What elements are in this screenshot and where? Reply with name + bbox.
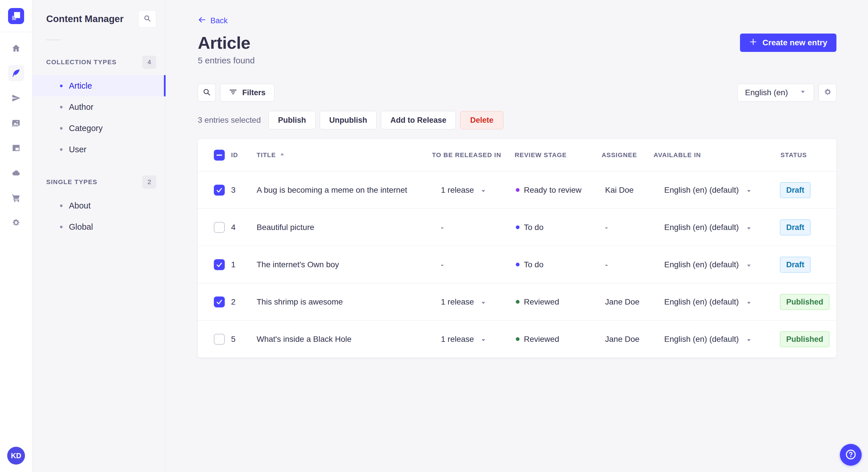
column-header-review-stage[interactable]: REVIEW STAGE: [515, 151, 601, 159]
column-header-title[interactable]: TITLE: [257, 151, 432, 159]
cell-id: 4: [231, 223, 257, 232]
status-badge: Draft: [780, 220, 811, 235]
row-checkbox[interactable]: [214, 334, 225, 345]
table-row: 4Beautiful picture-To do-English (en) (d…: [198, 208, 836, 246]
search-icon: [203, 88, 211, 98]
cell-title[interactable]: What's inside a Black Hole: [257, 335, 432, 344]
cell-release[interactable]: 1 release: [432, 297, 515, 307]
back-link[interactable]: Back: [198, 15, 228, 26]
cell-available-in[interactable]: English (en) (default): [654, 186, 779, 195]
cell-status: Published: [779, 331, 836, 347]
stage-dot-icon: [516, 225, 520, 229]
entries-table: ID TITLE TO BE RELEASED IN REVIEW STAGE …: [198, 139, 836, 358]
filter-icon: [229, 88, 237, 98]
page-title: Article: [198, 33, 250, 53]
chevron-down-icon: [799, 88, 806, 97]
column-header-release[interactable]: TO BE RELEASED IN: [432, 151, 515, 159]
column-header-available-in[interactable]: AVAILABLE IN: [654, 151, 779, 159]
strapi-logo[interactable]: [0, 0, 32, 32]
table-row: 3A bug is becoming a meme on the interne…: [198, 171, 836, 208]
home-icon[interactable]: [8, 40, 24, 56]
sidebar-search-button[interactable]: [138, 10, 156, 28]
search-entries-button[interactable]: [198, 84, 216, 102]
row-checkbox[interactable]: [214, 297, 225, 307]
sidebar-item-global[interactable]: Global: [32, 216, 165, 237]
content-type-builder-icon[interactable]: [8, 140, 24, 156]
cell-title[interactable]: The internet's Own boy: [257, 260, 432, 269]
sidebar-item-about[interactable]: About: [32, 195, 165, 216]
cell-assignee: Jane Doe: [601, 297, 654, 307]
status-badge: Draft: [780, 182, 811, 198]
settings-icon[interactable]: [8, 215, 24, 231]
selected-count-text: 3 entries selected: [198, 115, 260, 125]
cell-release[interactable]: 1 release: [432, 186, 515, 195]
icon-rail: KD: [0, 0, 32, 472]
help-button[interactable]: [840, 444, 862, 466]
cell-title[interactable]: This shrimp is awesome: [257, 297, 432, 307]
chevron-down-icon: [480, 299, 487, 305]
cell-id: 3: [231, 186, 257, 195]
view-settings-button[interactable]: [818, 84, 836, 102]
create-new-entry-button[interactable]: Create new entry: [740, 34, 836, 52]
indeterminate-mark: [216, 155, 222, 156]
cell-assignee: Kai Doe: [601, 186, 654, 195]
column-header-status[interactable]: STATUS: [779, 151, 836, 159]
content-manager-icon[interactable]: [8, 65, 24, 81]
arrow-left-icon: [198, 15, 206, 26]
row-checkbox[interactable]: [214, 222, 225, 233]
cell-title[interactable]: A bug is becoming a meme on the internet: [257, 186, 432, 195]
back-label: Back: [210, 16, 228, 25]
unpublish-button[interactable]: Unpublish: [320, 111, 377, 129]
cell-available-in[interactable]: English (en) (default): [654, 260, 779, 269]
plus-icon: [749, 38, 757, 48]
cell-available-in[interactable]: English (en) (default): [654, 297, 779, 307]
sidebar-item-user[interactable]: User: [32, 139, 165, 160]
delete-button[interactable]: Delete: [460, 111, 503, 129]
locale-select[interactable]: English (en): [737, 84, 814, 102]
cell-assignee: -: [601, 223, 654, 232]
status-badge: Draft: [780, 257, 811, 273]
column-header-assignee[interactable]: ASSIGNEE: [601, 151, 654, 159]
cell-review-stage: To do: [515, 223, 601, 232]
row-checkbox[interactable]: [214, 185, 225, 196]
cell-status: Draft: [779, 182, 836, 198]
cell-status: Draft: [779, 220, 836, 235]
bullet-icon: [60, 127, 63, 130]
app-window: KD Content Manager COLLECTION TYPES 4 Ar…: [0, 0, 868, 472]
cell-assignee: Jane Doe: [601, 335, 654, 344]
sidebar-item-author[interactable]: Author: [32, 96, 165, 117]
media-library-icon[interactable]: [8, 115, 24, 131]
cell-available-in[interactable]: English (en) (default): [654, 335, 779, 344]
table-header-row: ID TITLE TO BE RELEASED IN REVIEW STAGE …: [198, 139, 836, 171]
add-to-release-button[interactable]: Add to Release: [381, 111, 456, 129]
cloud-icon[interactable]: [8, 165, 24, 181]
chevron-down-icon: [746, 224, 752, 231]
rail-nav: [8, 40, 24, 231]
stage-dot-icon: [516, 300, 520, 304]
stage-dot-icon: [516, 263, 520, 266]
cell-status: Draft: [779, 257, 836, 273]
cell-title[interactable]: Beautiful picture: [257, 223, 432, 232]
table-body: 3A bug is becoming a meme on the interne…: [198, 171, 836, 358]
marketplace-icon[interactable]: [8, 190, 24, 206]
sidebar-item-article[interactable]: Article: [32, 75, 165, 96]
cell-review-stage: Reviewed: [515, 335, 601, 344]
collection-types-count-badge: 4: [143, 56, 156, 69]
publish-button[interactable]: Publish: [268, 111, 315, 129]
select-all-checkbox[interactable]: [214, 150, 225, 161]
cell-available-in[interactable]: English (en) (default): [654, 223, 779, 232]
releases-icon[interactable]: [8, 90, 24, 106]
user-avatar[interactable]: KD: [7, 447, 25, 465]
bullet-icon: [60, 226, 63, 228]
cell-review-stage: To do: [515, 260, 601, 269]
chevron-down-icon: [746, 262, 752, 268]
question-circle-icon: [845, 448, 857, 461]
row-checkbox[interactable]: [214, 259, 225, 270]
single-types-list: AboutGlobal: [32, 195, 165, 237]
cell-review-stage: Ready to review: [515, 186, 601, 195]
cell-release[interactable]: 1 release: [432, 335, 515, 344]
column-header-id[interactable]: ID: [231, 151, 257, 159]
bullet-icon: [60, 106, 63, 108]
sidebar-item-category[interactable]: Category: [32, 117, 165, 139]
filters-button[interactable]: Filters: [220, 84, 274, 102]
